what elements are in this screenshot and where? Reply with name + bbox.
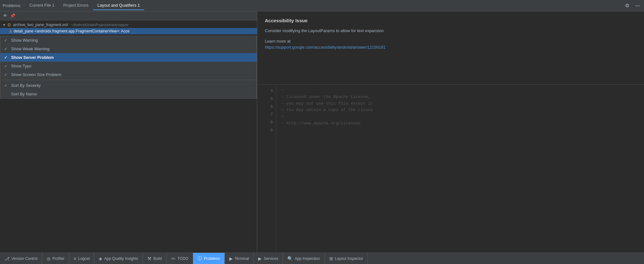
check-show-screen-size: ✓ <box>4 73 9 77</box>
menu-item-show-server-problem[interactable]: ✓ Show Server Problem <box>0 53 257 62</box>
file-name: archive_two_pane_fragment.xml <box>13 23 68 27</box>
build-icon: ⚒ <box>147 256 151 261</box>
dropdown-menu: ✓ Show Warning ✓ Show Weak Warning ✓ Sho… <box>0 36 257 99</box>
status-problems[interactable]: ⓘ Problems <box>193 253 225 264</box>
menu-item-show-screen-size[interactable]: ✓ Show Screen Size Problem <box>0 70 257 79</box>
menu-label-show-typo: Show Typo <box>11 64 31 68</box>
status-label-todo: TODO <box>178 256 188 261</box>
terminal-icon: ▶ <box>229 256 233 261</box>
eye-icon[interactable]: 👁 <box>1 12 9 20</box>
code-line-5: ~ Licensed under the Apache License, <box>281 94 639 101</box>
code-line-9: ~ http://www.apache.org/licenses <box>281 120 639 127</box>
tab-project-errors[interactable]: Project Errors <box>59 1 93 10</box>
status-label-profiler: Profiler <box>52 256 64 261</box>
status-terminal[interactable]: ▶ Terminal <box>225 253 254 264</box>
menu-label-show-server-problem: Show Server Problem <box>11 55 54 60</box>
menu-label-show-weak-warning: Show Weak Warning <box>11 46 50 51</box>
menu-divider <box>0 80 257 80</box>
problems-status-icon: ⓘ <box>198 256 202 261</box>
main-area: 👁 📌 ▼ ⊡ archive_two_pane_fragment.xml ~/… <box>0 11 644 253</box>
check-sort-name <box>4 92 9 96</box>
issue-description: Accessibility Issue Consider modifying t… <box>257 11 644 85</box>
code-area: 4 5 6 7 8 9 ~ ~ Licensed under the Apach… <box>257 85 644 253</box>
status-profiler[interactable]: ◎ Profiler <box>42 253 69 264</box>
expand-arrow-icon: ▼ <box>3 23 6 27</box>
status-label-layout-inspector: Layout Inspector <box>335 256 363 261</box>
issue-text: detail_pane <androidx.fragment.app.Fragm… <box>14 29 130 33</box>
tab-layout-qualifiers[interactable]: Layout and Qualifiers 1 <box>93 1 144 10</box>
status-version-control[interactable]: ⎇ Version Control <box>0 253 42 264</box>
status-services[interactable]: ▶ Services <box>254 253 283 264</box>
settings-icon[interactable]: ⚙ <box>624 1 631 10</box>
status-label-version-control: Version Control <box>11 256 37 261</box>
menu-item-show-typo[interactable]: ✓ Show Typo <box>0 62 257 70</box>
menu-label-show-screen-size: Show Screen Size Problem <box>11 72 61 77</box>
status-logcat[interactable]: ≡ Logcat <box>69 253 94 264</box>
check-show-warning: ✓ <box>4 38 9 43</box>
status-label-problems: Problems <box>204 256 220 261</box>
learn-more-label: Learn more at <box>265 39 636 44</box>
code-content: ~ ~ Licensed under the Apache License, ~… <box>276 85 644 253</box>
line-num-5: 5 <box>270 95 276 103</box>
empty-area <box>0 99 257 253</box>
check-show-weak-warning: ✓ <box>4 47 9 51</box>
app-quality-icon: ◈ <box>99 256 102 261</box>
line-num-8: 8 <box>270 119 276 127</box>
version-control-icon: ⎇ <box>4 256 10 261</box>
line-num-6: 6 <box>270 103 276 111</box>
menu-label-sort-severity: Sort By Severity <box>11 83 41 88</box>
menu-item-sort-name[interactable]: Sort By Name <box>0 90 257 98</box>
line-num-7: 7 <box>270 111 276 119</box>
status-app-inspection[interactable]: 🔍 App Inspection <box>283 253 325 264</box>
left-panel: 👁 📌 ▼ ⊡ archive_two_pane_fragment.xml ~/… <box>0 11 257 253</box>
profiler-icon: ◎ <box>47 256 50 261</box>
line-num-9: 9 <box>270 127 276 135</box>
right-panel: Accessibility Issue Consider modifying t… <box>257 11 644 253</box>
check-show-typo: ✓ <box>4 64 9 68</box>
file-tree: ▼ ⊡ archive_two_pane_fragment.xml ~/Andr… <box>0 20 257 36</box>
issue-title: Accessibility Issue <box>265 18 636 23</box>
check-sort-severity: ✓ <box>4 83 9 88</box>
file-row[interactable]: ▼ ⊡ archive_two_pane_fragment.xml ~/Andr… <box>0 22 257 28</box>
status-label-build: Build <box>153 256 162 261</box>
status-todo[interactable]: ≔ TODO <box>167 253 193 264</box>
menu-item-sort-severity[interactable]: ✓ Sort By Severity <box>0 81 257 90</box>
problems-label: Problems: <box>3 3 21 8</box>
code-line-4: ~ <box>281 87 639 94</box>
minimize-icon[interactable]: — <box>634 2 641 10</box>
code-line-7: ~ You may obtain a copy of the Licens <box>281 107 639 114</box>
status-app-quality[interactable]: ◈ App Quality Insights <box>94 253 143 264</box>
status-build[interactable]: ⚒ Build <box>143 253 167 264</box>
status-layout-inspector[interactable]: ⊞ Layout Inspector <box>325 253 368 264</box>
learn-more-link[interactable]: https://support.google.com/accessibility… <box>265 45 386 50</box>
status-label-services: Services <box>264 256 278 261</box>
status-label-terminal: Terminal <box>235 256 249 261</box>
services-icon: ▶ <box>258 256 262 261</box>
menu-item-show-warning[interactable]: ✓ Show Warning <box>0 36 257 45</box>
check-show-server-problem: ✓ <box>4 55 9 60</box>
code-line-6: ~ you may not use this file except ir <box>281 101 639 107</box>
warning-icon: ⚠ <box>9 29 12 33</box>
logcat-icon: ≡ <box>74 256 76 261</box>
xml-file-icon: ⊡ <box>8 23 11 27</box>
menu-label-sort-name: Sort By Name <box>11 92 37 96</box>
file-path: ~/AndroidStudioProjects/trackr/app/sr <box>70 23 129 27</box>
tab-bar-actions: ⚙ — <box>624 1 641 10</box>
app-inspection-icon: 🔍 <box>287 256 293 261</box>
line-numbers: 4 5 6 7 8 9 <box>257 85 276 253</box>
status-label-logcat: Logcat <box>78 256 90 261</box>
pin-icon[interactable]: 📌 <box>9 12 17 20</box>
layout-inspector-icon: ⊞ <box>329 256 333 261</box>
line-num-4: 4 <box>270 87 276 95</box>
issue-row[interactable]: ⚠ detail_pane <androidx.fragment.app.Fra… <box>0 28 257 34</box>
tab-current-file[interactable]: Current File 1 <box>25 1 59 10</box>
status-label-app-quality: App Quality Insights <box>104 256 138 261</box>
issue-body: Consider modifying the LayoutParams to a… <box>265 28 636 34</box>
menu-item-show-weak-warning[interactable]: ✓ Show Weak Warning <box>0 45 257 53</box>
left-toolbar: 👁 📌 <box>0 11 257 20</box>
status-label-app-inspection: App Inspection <box>295 256 320 261</box>
status-bar: ⎇ Version Control ◎ Profiler ≡ Logcat ◈ … <box>0 253 644 264</box>
menu-label-show-warning: Show Warning <box>11 38 38 43</box>
tab-bar: Problems: Current File 1 Project Errors … <box>0 0 644 11</box>
code-line-8: ~ <box>281 114 639 120</box>
